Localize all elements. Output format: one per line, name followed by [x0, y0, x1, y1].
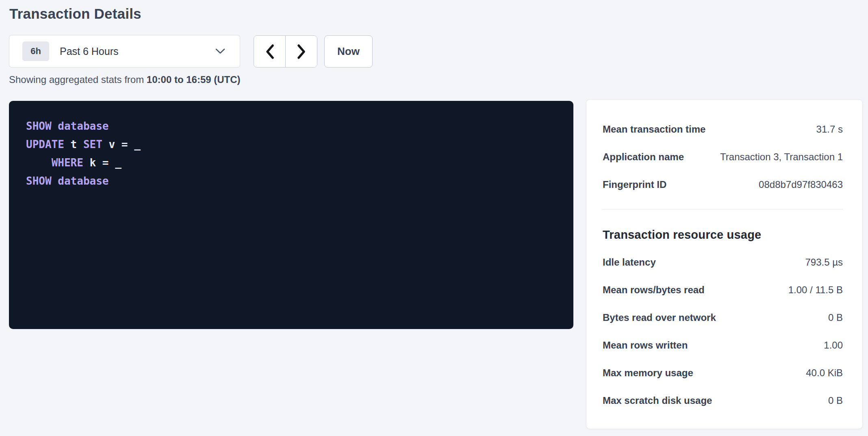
detail-row-idle-latency: Idle latency 793.5 µs — [603, 249, 843, 276]
time-nav-group — [254, 35, 317, 68]
detail-label: Max memory usage — [603, 367, 693, 379]
transaction-details-card: Mean transaction time 31.7 s Application… — [586, 99, 863, 429]
previous-time-button[interactable] — [254, 36, 286, 67]
detail-label: Application name — [603, 151, 684, 163]
detail-row-max-memory-usage: Max memory usage 40.0 KiB — [603, 359, 843, 387]
resource-usage-heading: Transaction resource usage — [603, 227, 843, 243]
time-range-label: Past 6 Hours — [60, 46, 119, 57]
next-time-button[interactable] — [286, 36, 317, 67]
chevron-right-icon — [296, 44, 307, 60]
detail-row-application-name: Application name Transaction 3, Transact… — [603, 143, 843, 171]
detail-label: Idle latency — [603, 257, 656, 268]
detail-row-max-scratch-disk-usage: Max scratch disk usage 0 B — [603, 387, 843, 414]
detail-value: 1.00 — [824, 340, 843, 351]
detail-value: 1.00 / 11.5 B — [788, 284, 843, 296]
transaction-details-page: Transaction Details 6h Past 6 Hours — [0, 0, 868, 436]
detail-label: Mean transaction time — [603, 124, 705, 135]
detail-label: Bytes read over network — [603, 312, 716, 323]
chevron-down-icon — [215, 48, 225, 54]
detail-value: 31.7 s — [816, 124, 843, 135]
detail-label: Mean rows written — [603, 340, 688, 351]
aggregation-interval-prefix: Showing aggregated stats from — [9, 74, 147, 85]
detail-value: Transaction 3, Transaction 1 — [720, 151, 843, 163]
detail-value: 40.0 KiB — [806, 367, 843, 379]
sql-statement-text: SHOW database UPDATE t SET v = _ WHERE k… — [26, 117, 557, 190]
detail-value: 08d8b7d97f830463 — [759, 179, 843, 190]
sql-statement-box: SHOW database UPDATE t SET v = _ WHERE k… — [9, 101, 573, 329]
detail-label: Fingerprint ID — [603, 179, 666, 190]
detail-value: 0 B — [828, 312, 843, 323]
detail-row-mean-rows-written: Mean rows written 1.00 — [603, 331, 843, 359]
now-button[interactable]: Now — [324, 35, 373, 68]
detail-row-mean-rows-bytes-read: Mean rows/bytes read 1.00 / 11.5 B — [603, 276, 843, 304]
chevron-left-icon — [265, 44, 275, 60]
detail-label: Max scratch disk usage — [603, 395, 712, 406]
resource-usage-rows: Idle latency 793.5 µs Mean rows/bytes re… — [603, 249, 843, 414]
page-title: Transaction Details — [9, 6, 141, 22]
detail-row-bytes-read-over-network: Bytes read over network 0 B — [603, 304, 843, 331]
time-range-badge: 6h — [22, 41, 49, 61]
detail-label: Mean rows/bytes read — [603, 284, 705, 296]
aggregation-interval-range: 10:00 to 16:59 (UTC) — [147, 74, 241, 85]
aggregation-interval-text: Showing aggregated stats from 10:00 to 1… — [9, 74, 241, 85]
time-range-dropdown[interactable]: 6h Past 6 Hours — [9, 35, 240, 68]
detail-row-fingerprint-id: Fingerprint ID 08d8b7d97f830463 — [603, 171, 843, 198]
card-divider — [603, 209, 843, 209]
detail-value: 0 B — [828, 395, 843, 406]
detail-row-mean-transaction-time: Mean transaction time 31.7 s — [603, 116, 843, 143]
detail-value: 793.5 µs — [805, 257, 843, 268]
